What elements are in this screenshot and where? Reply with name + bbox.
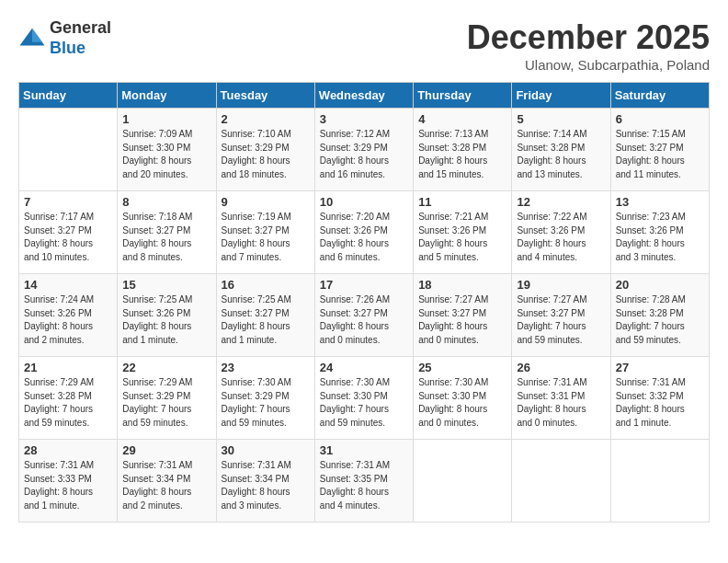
header-wednesday: Wednesday [314, 83, 413, 109]
day-info: Sunrise: 7:30 AMSunset: 3:29 PMDaylight:… [222, 376, 310, 430]
day-info: Sunrise: 7:31 AMSunset: 3:32 PMDaylight:… [616, 376, 704, 430]
day-number: 26 [517, 361, 605, 374]
day-info: Sunrise: 7:13 AMSunset: 3:28 PMDaylight:… [418, 128, 506, 181]
day-number: 4 [418, 112, 506, 126]
calendar-cell: 11Sunrise: 7:21 AMSunset: 3:26 PMDayligh… [414, 191, 512, 274]
day-info: Sunrise: 7:30 AMSunset: 3:30 PMDaylight:… [320, 376, 408, 430]
day-number: 3 [320, 112, 408, 126]
day-number: 23 [222, 361, 310, 374]
calendar-cell: 30Sunrise: 7:31 AMSunset: 3:34 PMDayligh… [216, 440, 314, 523]
day-info: Sunrise: 7:31 AMSunset: 3:34 PMDaylight:… [122, 459, 210, 512]
day-info: Sunrise: 7:31 AMSunset: 3:35 PMDaylight:… [320, 459, 408, 512]
day-info: Sunrise: 7:31 AMSunset: 3:34 PMDaylight:… [222, 459, 310, 512]
logo-icon [18, 25, 46, 52]
day-info: Sunrise: 7:30 AMSunset: 3:30 PMDaylight:… [418, 376, 506, 430]
day-info: Sunrise: 7:24 AMSunset: 3:26 PMDaylight:… [24, 293, 112, 347]
day-info: Sunrise: 7:20 AMSunset: 3:26 PMDaylight:… [320, 211, 408, 264]
calendar-week-row: 1Sunrise: 7:09 AMSunset: 3:30 PMDaylight… [19, 109, 710, 191]
calendar-cell: 26Sunrise: 7:31 AMSunset: 3:31 PMDayligh… [512, 357, 610, 440]
calendar-week-row: 14Sunrise: 7:24 AMSunset: 3:26 PMDayligh… [19, 274, 710, 357]
day-info: Sunrise: 7:31 AMSunset: 3:33 PMDaylight:… [24, 459, 112, 512]
header-tuesday: Tuesday [216, 83, 314, 109]
day-info: Sunrise: 7:19 AMSunset: 3:27 PMDaylight:… [222, 211, 310, 264]
calendar-cell: 15Sunrise: 7:25 AMSunset: 3:26 PMDayligh… [118, 274, 216, 357]
day-number: 18 [418, 278, 506, 292]
month-title: December 2025 [467, 18, 710, 57]
svg-marker-1 [32, 28, 42, 41]
day-info: Sunrise: 7:14 AMSunset: 3:28 PMDaylight:… [517, 128, 605, 181]
calendar-cell: 5Sunrise: 7:14 AMSunset: 3:28 PMDaylight… [512, 109, 610, 191]
calendar-cell: 3Sunrise: 7:12 AMSunset: 3:29 PMDaylight… [314, 109, 413, 191]
day-number: 16 [222, 278, 310, 292]
day-number: 8 [122, 195, 210, 209]
day-info: Sunrise: 7:29 AMSunset: 3:29 PMDaylight:… [122, 376, 210, 430]
day-number: 5 [517, 112, 605, 126]
calendar-cell: 14Sunrise: 7:24 AMSunset: 3:26 PMDayligh… [19, 274, 118, 357]
header-saturday: Saturday [610, 83, 709, 109]
calendar-cell [512, 440, 610, 523]
day-number: 24 [320, 361, 408, 374]
day-number: 15 [122, 278, 210, 292]
day-info: Sunrise: 7:31 AMSunset: 3:31 PMDaylight:… [517, 376, 605, 430]
calendar-cell: 20Sunrise: 7:28 AMSunset: 3:28 PMDayligh… [610, 274, 709, 357]
calendar-cell: 25Sunrise: 7:30 AMSunset: 3:30 PMDayligh… [414, 357, 512, 440]
day-number: 28 [24, 443, 112, 457]
calendar-cell [610, 440, 709, 523]
calendar-week-row: 21Sunrise: 7:29 AMSunset: 3:28 PMDayligh… [19, 357, 710, 440]
day-info: Sunrise: 7:25 AMSunset: 3:26 PMDaylight:… [122, 293, 210, 347]
day-number: 21 [24, 361, 112, 374]
page-header: General Blue December 2025 Ulanow, Subca… [18, 18, 710, 73]
day-info: Sunrise: 7:23 AMSunset: 3:26 PMDaylight:… [616, 211, 704, 264]
day-info: Sunrise: 7:12 AMSunset: 3:29 PMDaylight:… [320, 128, 408, 181]
calendar-cell: 16Sunrise: 7:25 AMSunset: 3:27 PMDayligh… [216, 274, 314, 357]
calendar-cell: 22Sunrise: 7:29 AMSunset: 3:29 PMDayligh… [118, 357, 216, 440]
logo-text: General Blue [50, 18, 111, 58]
calendar-cell [19, 109, 118, 191]
calendar-cell: 7Sunrise: 7:17 AMSunset: 3:27 PMDaylight… [19, 191, 118, 274]
day-info: Sunrise: 7:29 AMSunset: 3:28 PMDaylight:… [24, 376, 112, 430]
title-block: December 2025 Ulanow, Subcarpathia, Pola… [467, 18, 710, 73]
day-number: 25 [418, 361, 506, 374]
day-info: Sunrise: 7:15 AMSunset: 3:27 PMDaylight:… [616, 128, 704, 181]
day-number: 10 [320, 195, 408, 209]
day-number: 6 [616, 112, 704, 126]
day-info: Sunrise: 7:10 AMSunset: 3:29 PMDaylight:… [222, 128, 310, 181]
day-info: Sunrise: 7:25 AMSunset: 3:27 PMDaylight:… [222, 293, 310, 347]
calendar-cell: 27Sunrise: 7:31 AMSunset: 3:32 PMDayligh… [610, 357, 709, 440]
logo-general-label: General [50, 18, 111, 39]
calendar-cell: 21Sunrise: 7:29 AMSunset: 3:28 PMDayligh… [19, 357, 118, 440]
calendar-cell: 12Sunrise: 7:22 AMSunset: 3:26 PMDayligh… [512, 191, 610, 274]
day-number: 12 [517, 195, 605, 209]
calendar-cell: 2Sunrise: 7:10 AMSunset: 3:29 PMDaylight… [216, 109, 314, 191]
calendar-cell: 13Sunrise: 7:23 AMSunset: 3:26 PMDayligh… [610, 191, 709, 274]
calendar-table: SundayMondayTuesdayWednesdayThursdayFrid… [18, 82, 710, 523]
day-info: Sunrise: 7:09 AMSunset: 3:30 PMDaylight:… [122, 128, 210, 181]
calendar-cell: 28Sunrise: 7:31 AMSunset: 3:33 PMDayligh… [19, 440, 118, 523]
calendar-cell: 8Sunrise: 7:18 AMSunset: 3:27 PMDaylight… [118, 191, 216, 274]
location-subtitle: Ulanow, Subcarpathia, Poland [467, 57, 710, 73]
calendar-cell: 9Sunrise: 7:19 AMSunset: 3:27 PMDaylight… [216, 191, 314, 274]
day-info: Sunrise: 7:21 AMSunset: 3:26 PMDaylight:… [418, 211, 506, 264]
day-number: 14 [24, 278, 112, 292]
day-info: Sunrise: 7:28 AMSunset: 3:28 PMDaylight:… [616, 293, 704, 347]
calendar-week-row: 7Sunrise: 7:17 AMSunset: 3:27 PMDaylight… [19, 191, 710, 274]
calendar-cell: 17Sunrise: 7:26 AMSunset: 3:27 PMDayligh… [314, 274, 413, 357]
day-number: 11 [418, 195, 506, 209]
calendar-week-row: 28Sunrise: 7:31 AMSunset: 3:33 PMDayligh… [19, 440, 710, 523]
calendar-cell: 23Sunrise: 7:30 AMSunset: 3:29 PMDayligh… [216, 357, 314, 440]
day-info: Sunrise: 7:26 AMSunset: 3:27 PMDaylight:… [320, 293, 408, 347]
calendar-cell: 19Sunrise: 7:27 AMSunset: 3:27 PMDayligh… [512, 274, 610, 357]
day-info: Sunrise: 7:22 AMSunset: 3:26 PMDaylight:… [517, 211, 605, 264]
day-info: Sunrise: 7:27 AMSunset: 3:27 PMDaylight:… [517, 293, 605, 347]
calendar-cell: 10Sunrise: 7:20 AMSunset: 3:26 PMDayligh… [314, 191, 413, 274]
day-number: 27 [616, 361, 704, 374]
day-number: 17 [320, 278, 408, 292]
calendar-cell: 4Sunrise: 7:13 AMSunset: 3:28 PMDaylight… [414, 109, 512, 191]
day-info: Sunrise: 7:27 AMSunset: 3:27 PMDaylight:… [418, 293, 506, 347]
day-info: Sunrise: 7:18 AMSunset: 3:27 PMDaylight:… [122, 211, 210, 264]
header-friday: Friday [512, 83, 610, 109]
day-number: 9 [222, 195, 310, 209]
logo-blue-label: Blue [50, 39, 111, 59]
day-number: 22 [122, 361, 210, 374]
calendar-cell: 24Sunrise: 7:30 AMSunset: 3:30 PMDayligh… [314, 357, 413, 440]
